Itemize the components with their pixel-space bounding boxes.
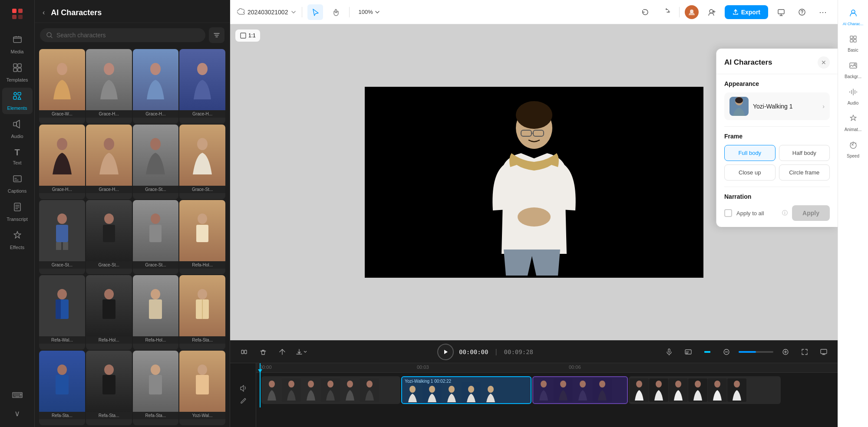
track-segment-3[interactable] <box>532 376 628 404</box>
filter-button[interactable] <box>209 27 224 43</box>
list-item[interactable]: Grace-St... <box>39 200 85 275</box>
track-segment-4[interactable] <box>629 376 781 404</box>
zoom-in-btn[interactable] <box>779 345 792 359</box>
list-item[interactable]: Grace-W... <box>39 49 85 124</box>
list-item[interactable]: Grace-St... <box>133 200 179 275</box>
align-btn[interactable] <box>700 345 714 359</box>
export-button[interactable]: Export <box>725 5 768 19</box>
sidebar-item-captions[interactable]: Captions <box>2 171 33 197</box>
far-right-item-ai-charac[interactable]: AI Charac... <box>840 5 867 30</box>
sidebar-item-audio[interactable]: Audio <box>2 116 33 142</box>
help-btn[interactable] <box>794 4 810 20</box>
list-item[interactable]: Grace-St... <box>179 125 225 199</box>
list-item[interactable]: Refa-Sta... <box>179 275 225 350</box>
frame-close-up-btn[interactable]: Close up <box>724 164 776 181</box>
redo-btn[interactable] <box>658 4 674 20</box>
sidebar-item-elements[interactable]: Elements <box>2 88 33 114</box>
sidebar-item-label: Captions <box>8 188 26 194</box>
fullscreen-btn[interactable] <box>798 345 812 359</box>
list-item[interactable]: Grace-H... <box>39 125 85 199</box>
split-btn[interactable] <box>237 345 251 359</box>
sidebar-item-media[interactable]: Media <box>2 31 33 58</box>
mic-btn[interactable] <box>662 345 676 359</box>
right-panel-close-btn[interactable]: ✕ <box>818 56 830 69</box>
far-right-item-audio[interactable]: Audio <box>840 84 867 109</box>
frame-circle-btn[interactable]: Circle frame <box>779 164 830 181</box>
info-icon[interactable]: ⓘ <box>782 209 788 217</box>
download-btn[interactable] <box>294 345 308 359</box>
svg-point-37 <box>104 289 114 299</box>
list-item[interactable]: Refa-Wal... <box>39 275 85 350</box>
volume-icon[interactable] <box>239 384 247 394</box>
list-item[interactable]: Grace-St... <box>133 125 179 199</box>
subtitle-btn[interactable] <box>681 345 695 359</box>
user-avatar[interactable] <box>685 5 699 19</box>
svg-point-21 <box>104 138 114 150</box>
apply-button[interactable]: Apply <box>792 205 830 221</box>
hand-tool-btn[interactable] <box>328 4 344 20</box>
project-name-btn[interactable]: 202403021002 <box>237 8 297 16</box>
edit-icon[interactable] <box>239 397 247 407</box>
list-item[interactable]: Refa-Sta... <box>133 351 179 425</box>
screen-share-btn[interactable] <box>817 345 831 359</box>
play-button[interactable] <box>437 344 454 360</box>
segment-thumb <box>554 378 573 402</box>
far-right-item-animate[interactable]: Animat... <box>840 111 867 135</box>
background-icon <box>849 61 858 72</box>
frame-full-body-btn[interactable]: Full body <box>724 145 776 161</box>
sidebar-item-label: Effects <box>10 245 24 250</box>
list-item[interactable]: Grace-H... <box>179 49 225 124</box>
sidebar-item-text[interactable]: T Text <box>2 144 33 169</box>
aspect-ratio-btn[interactable]: 1:1 <box>235 30 260 42</box>
svg-rect-46 <box>102 375 116 394</box>
far-right-item-label: Basic <box>848 48 858 53</box>
segment-thumb <box>422 382 442 404</box>
far-right-item-basic[interactable]: Basic <box>840 31 867 56</box>
canvas-video <box>365 87 703 278</box>
sidebar-item-templates[interactable]: Templates <box>2 59 33 86</box>
list-item[interactable]: Refa-Sta... <box>86 351 132 425</box>
list-item[interactable]: Refa-Hol... <box>86 275 132 350</box>
far-right-item-background[interactable]: Backgr... <box>840 58 867 82</box>
list-item[interactable]: Refa-Hol... <box>133 275 179 350</box>
frame-half-body-btn[interactable]: Half body <box>779 145 830 161</box>
zoom-control[interactable]: 100% <box>355 7 383 17</box>
volume-slider[interactable] <box>739 351 773 353</box>
present-btn[interactable] <box>773 4 789 20</box>
appearance-row[interactable]: Yozi-Walking 1 › <box>724 92 830 120</box>
svg-point-73 <box>288 381 294 388</box>
frame-btn-label: Close up <box>739 169 761 176</box>
sidebar-collapse-btn[interactable]: ⌨ <box>2 387 33 404</box>
sidebar-item-transcript[interactable]: Transcript <box>2 199 33 225</box>
list-item[interactable]: Grace-H... <box>133 49 179 124</box>
list-item[interactable]: Refa-Sta... <box>39 351 85 425</box>
cursor-tool-btn[interactable] <box>307 4 323 20</box>
segment-thumb <box>340 378 360 402</box>
search-input[interactable] <box>56 32 199 39</box>
segment-label-yozi: Yozi-Walking 1 00:02:22 <box>405 379 451 384</box>
character-thumbnail <box>39 49 85 110</box>
list-item[interactable]: Grace-St... <box>86 200 132 275</box>
add-user-btn[interactable] <box>704 4 719 20</box>
more-options-btn[interactable]: ⋯ <box>815 4 831 20</box>
top-toolbar: 202403021002 100% <box>230 0 838 24</box>
undo-btn[interactable] <box>637 4 653 20</box>
sidebar-more-btn[interactable]: ∨ <box>2 405 33 422</box>
svg-rect-2 <box>12 15 17 19</box>
sidebar-item-effects[interactable]: Effects <box>2 227 33 253</box>
far-right-item-speed[interactable]: Speed <box>840 137 867 162</box>
svg-point-72 <box>269 381 275 388</box>
panel-back-button[interactable]: ‹ <box>41 7 46 18</box>
list-item[interactable]: Refa-Hol... <box>179 200 225 275</box>
flip-btn[interactable] <box>275 345 289 359</box>
svg-point-78 <box>409 386 416 393</box>
frame-btn-label: Circle frame <box>789 169 819 176</box>
track-segment-1[interactable] <box>261 376 400 404</box>
track-segment-yozi[interactable]: Yozi-Walking 1 00:02:22 <box>401 376 531 404</box>
apply-to-all-checkbox[interactable] <box>724 209 732 217</box>
delete-btn[interactable] <box>256 345 270 359</box>
list-item[interactable]: Yozi-Wal... <box>179 351 225 425</box>
zoom-out-btn[interactable] <box>719 345 733 359</box>
list-item[interactable]: Grace-H... <box>86 49 132 124</box>
list-item[interactable]: Grace-H... <box>86 125 132 199</box>
